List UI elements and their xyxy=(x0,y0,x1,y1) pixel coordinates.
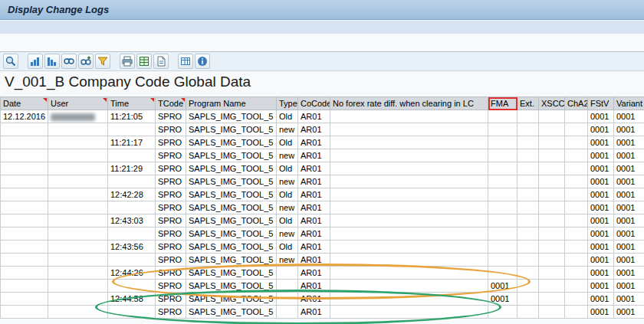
cell-date[interactable] xyxy=(1,175,48,188)
set-filter-icon[interactable] xyxy=(95,54,110,69)
cell-cha2[interactable] xyxy=(565,123,588,136)
cell-time[interactable]: 11:21:29 xyxy=(108,162,156,175)
cell-xscc[interactable] xyxy=(539,227,565,241)
cell-fma[interactable] xyxy=(488,136,518,149)
cell-type[interactable]: Old xyxy=(277,214,298,227)
cell-fstv[interactable]: 0001 xyxy=(588,175,614,188)
cell-tcode[interactable]: SPRO xyxy=(156,280,186,293)
column-header-fstv[interactable]: FStV xyxy=(588,97,614,110)
cell-forex[interactable] xyxy=(330,254,488,267)
cell-time[interactable]: 12:42:28 xyxy=(108,188,156,201)
cell-tcode[interactable]: SPRO xyxy=(156,110,186,123)
cell-date[interactable] xyxy=(1,123,48,136)
cell-cocode[interactable]: AR01 xyxy=(298,214,330,227)
cell-cha2[interactable] xyxy=(565,306,588,319)
cell-fma[interactable] xyxy=(488,149,518,162)
cell-cha2[interactable] xyxy=(565,267,588,280)
cell-ext[interactable] xyxy=(518,123,539,136)
cell-variant[interactable]: 0001 xyxy=(614,267,644,280)
cell-fma[interactable] xyxy=(488,241,518,254)
cell-forex[interactable] xyxy=(330,110,488,123)
cell-xscc[interactable] xyxy=(539,214,565,227)
cell-user[interactable] xyxy=(48,162,108,175)
cell-program[interactable]: SAPLS_IMG_TOOL_5 xyxy=(186,201,277,214)
cell-ext[interactable] xyxy=(518,175,539,188)
column-header-xscc[interactable]: XSCC xyxy=(539,97,565,110)
cell-cha2[interactable] xyxy=(565,227,588,241)
cell-variant[interactable]: 0001 xyxy=(614,175,644,188)
cell-xscc[interactable] xyxy=(539,188,565,201)
cell-fma[interactable] xyxy=(488,267,518,280)
cell-fma[interactable]: 0001 xyxy=(488,293,518,306)
cell-xscc[interactable] xyxy=(539,293,565,306)
cell-date[interactable] xyxy=(1,214,48,227)
cell-ext[interactable] xyxy=(518,280,539,293)
cell-cocode[interactable]: AR01 xyxy=(298,241,330,254)
cell-fstv[interactable]: 0001 xyxy=(588,136,614,149)
export-spreadsheet-icon[interactable] xyxy=(136,54,152,69)
cell-fstv[interactable]: 0001 xyxy=(588,254,614,267)
cell-variant[interactable]: 0001 xyxy=(614,188,644,201)
cell-ext[interactable] xyxy=(518,306,539,319)
cell-fstv[interactable]: 0001 xyxy=(588,293,614,306)
cell-forex[interactable] xyxy=(330,201,488,214)
cell-user[interactable] xyxy=(48,149,108,162)
cell-time[interactable] xyxy=(108,149,156,162)
cell-cocode[interactable]: AR01 xyxy=(298,227,330,241)
cell-xscc[interactable] xyxy=(539,110,565,123)
cell-program[interactable]: SAPLS_IMG_TOOL_5 xyxy=(186,267,277,280)
cell-fma[interactable] xyxy=(488,162,518,175)
cell-cha2[interactable] xyxy=(565,201,588,214)
cell-variant[interactable]: 0001 xyxy=(614,293,644,306)
cell-type[interactable]: new xyxy=(277,254,298,267)
cell-fma[interactable] xyxy=(488,123,518,136)
cell-program[interactable]: SAPLS_IMG_TOOL_5 xyxy=(186,227,277,241)
cell-cha2[interactable] xyxy=(565,254,588,267)
cell-tcode[interactable]: SPRO xyxy=(156,241,186,254)
cell-program[interactable]: SAPLS_IMG_TOOL_5 xyxy=(186,280,277,293)
cell-type[interactable]: new xyxy=(277,149,298,162)
cell-variant[interactable]: 0001 xyxy=(614,136,644,149)
cell-xscc[interactable] xyxy=(539,175,565,188)
cell-tcode[interactable]: SPRO xyxy=(156,306,186,319)
cell-ext[interactable] xyxy=(518,136,539,149)
cell-fstv[interactable]: 0001 xyxy=(588,110,614,123)
cell-type[interactable]: new xyxy=(277,201,298,214)
cell-type[interactable]: Old xyxy=(277,162,298,175)
cell-cha2[interactable] xyxy=(565,162,588,175)
cell-program[interactable]: SAPLS_IMG_TOOL_5 xyxy=(186,110,277,123)
cell-type[interactable]: new xyxy=(277,175,298,188)
cell-tcode[interactable]: SPRO xyxy=(156,293,186,306)
cell-user[interactable] xyxy=(48,306,108,319)
cell-variant[interactable]: 0001 xyxy=(614,162,644,175)
cell-variant[interactable]: 0001 xyxy=(614,123,644,136)
cell-time[interactable] xyxy=(108,201,156,214)
cell-tcode[interactable]: SPRO xyxy=(156,214,186,227)
cell-fstv[interactable]: 0001 xyxy=(588,280,614,293)
cell-ext[interactable] xyxy=(518,188,539,201)
cell-date[interactable] xyxy=(1,162,48,175)
cell-tcode[interactable]: SPRO xyxy=(156,227,186,241)
cell-fma[interactable] xyxy=(488,110,518,123)
cell-variant[interactable]: 0001 xyxy=(614,241,644,254)
sort-descending-icon[interactable] xyxy=(44,54,60,69)
cell-forex[interactable] xyxy=(330,241,488,254)
cell-user[interactable] xyxy=(48,293,108,306)
details-icon[interactable] xyxy=(3,54,18,69)
cell-program[interactable]: SAPLS_IMG_TOOL_5 xyxy=(186,123,277,136)
column-header-variant[interactable]: Variant xyxy=(614,97,644,110)
cell-cha2[interactable] xyxy=(565,293,588,306)
cell-cocode[interactable]: AR01 xyxy=(298,280,330,293)
cell-ext[interactable] xyxy=(518,162,539,175)
cell-variant[interactable]: 0001 xyxy=(614,214,644,227)
cell-cha2[interactable] xyxy=(565,241,588,254)
column-header-fma[interactable]: FMA xyxy=(488,97,518,110)
cell-date[interactable] xyxy=(1,280,48,293)
choose-layout-icon[interactable] xyxy=(178,54,193,69)
cell-xscc[interactable] xyxy=(539,162,565,175)
cell-program[interactable]: SAPLS_IMG_TOOL_5 xyxy=(186,136,277,149)
cell-user[interactable] xyxy=(48,254,108,267)
cell-time[interactable]: 12:43:03 xyxy=(108,214,156,227)
column-header-program[interactable]: Program Name xyxy=(186,97,277,110)
cell-program[interactable]: SAPLS_IMG_TOOL_5 xyxy=(186,306,277,319)
